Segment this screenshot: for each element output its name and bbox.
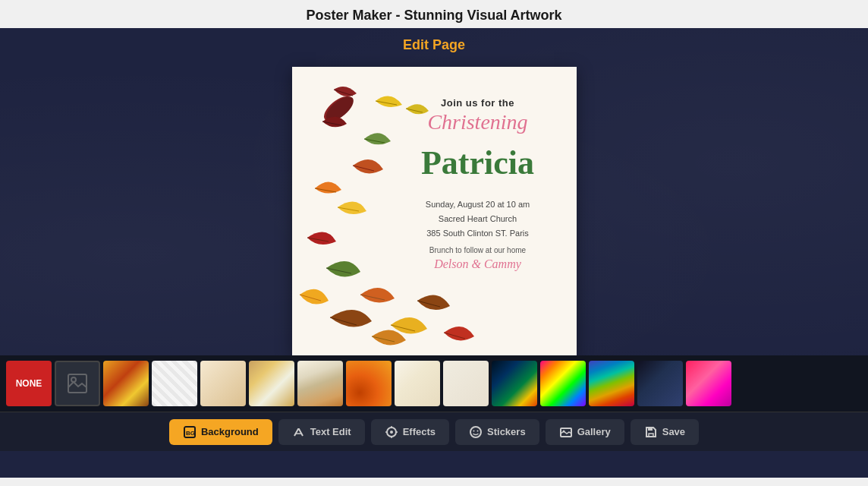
thumb-autumn2[interactable] xyxy=(249,361,294,406)
name-text: Patricia xyxy=(402,144,554,184)
svg-point-1 xyxy=(322,92,357,125)
thumb-pink-magenta[interactable] xyxy=(686,361,731,406)
svg-point-25 xyxy=(390,431,393,434)
gallery-icon xyxy=(559,425,573,439)
background-icon: BG xyxy=(183,425,197,439)
poster-details: Sunday, August 20 at 10 am Sacred Heart … xyxy=(402,197,554,240)
background-button[interactable]: BG Background xyxy=(169,419,272,445)
stickers-button[interactable]: Stickers xyxy=(455,419,539,445)
svg-line-4 xyxy=(364,139,385,143)
thumb-placeholder[interactable] xyxy=(55,361,100,406)
save-icon xyxy=(644,425,658,439)
svg-point-30 xyxy=(470,427,481,437)
effects-button[interactable]: Effects xyxy=(371,419,449,445)
svg-line-14 xyxy=(444,333,465,339)
stickers-label: Stickers xyxy=(487,426,526,437)
thumb-rainbow[interactable] xyxy=(540,361,586,406)
svg-point-0 xyxy=(319,92,355,125)
brunch-text: Brunch to follow at our home xyxy=(402,246,554,254)
text-edit-button[interactable]: Text Edit xyxy=(278,419,365,445)
svg-line-11 xyxy=(391,325,415,331)
thumb-dark-colorful[interactable] xyxy=(492,361,537,406)
gallery-label: Gallery xyxy=(577,426,611,437)
svg-line-12 xyxy=(353,166,374,171)
background-label: Background xyxy=(201,426,259,437)
svg-line-18 xyxy=(372,336,395,342)
thumb-orange[interactable] xyxy=(346,361,392,406)
app-window: Edit Page xyxy=(0,28,868,478)
thumb-beige[interactable] xyxy=(200,361,246,406)
svg-rect-35 xyxy=(649,434,653,437)
svg-line-8 xyxy=(326,268,351,273)
svg-point-32 xyxy=(477,430,479,431)
svg-line-2 xyxy=(334,90,353,96)
svg-point-31 xyxy=(473,430,475,431)
effects-icon xyxy=(385,425,398,439)
svg-line-5 xyxy=(315,188,336,192)
svg-line-9 xyxy=(360,295,385,300)
svg-rect-36 xyxy=(648,428,653,431)
text-edit-label: Text Edit xyxy=(310,426,351,437)
thumb-autumn3[interactable] xyxy=(297,361,343,406)
date-line: Sunday, August 20 at 10 am xyxy=(402,197,554,212)
svg-line-7 xyxy=(307,238,329,241)
svg-line-10 xyxy=(330,317,357,325)
canvas-area: Join us for the Christening Patricia Sun… xyxy=(0,61,868,355)
thumb-white-pattern[interactable] xyxy=(152,361,197,406)
location-line1: Sacred Heart Church xyxy=(402,212,554,226)
location-line2: 385 South Clinton ST. Paris xyxy=(402,226,554,241)
stickers-icon xyxy=(469,425,483,439)
christening-text: Christening xyxy=(402,109,554,136)
text-edit-icon xyxy=(292,425,306,439)
poster-card[interactable]: Join us for the Christening Patricia Sun… xyxy=(292,67,577,355)
poster-text-area: Join us for the Christening Patricia Sun… xyxy=(402,97,554,271)
svg-point-34 xyxy=(562,430,565,432)
thumbnail-strip: NONE xyxy=(0,355,868,412)
app-title: Poster Maker - Stunning Visual Artwork xyxy=(0,0,868,28)
svg-line-16 xyxy=(300,295,321,301)
save-button[interactable]: Save xyxy=(631,419,699,445)
save-label: Save xyxy=(662,426,685,437)
svg-text:BG: BG xyxy=(186,430,195,437)
thumb-autumn1[interactable] xyxy=(103,361,149,406)
join-text: Join us for the xyxy=(402,97,554,109)
thumb-dark1[interactable] xyxy=(637,361,683,406)
svg-line-6 xyxy=(338,207,359,211)
svg-line-3 xyxy=(376,101,397,105)
thumb-none[interactable]: NONE xyxy=(6,361,52,406)
svg-line-17 xyxy=(417,301,440,307)
thumb-light-leaves[interactable] xyxy=(395,361,440,406)
thumb-colorful-stripes[interactable] xyxy=(589,361,634,406)
thumb-light2[interactable] xyxy=(443,361,489,406)
effects-label: Effects xyxy=(403,426,436,437)
edit-page-header: Edit Page xyxy=(0,28,868,61)
gallery-button[interactable]: Gallery xyxy=(546,419,624,445)
bottom-toolbar: BG Background Text Edit xyxy=(0,412,868,451)
names-text: Delson & Cammy xyxy=(402,257,554,271)
svg-line-15 xyxy=(322,122,341,125)
